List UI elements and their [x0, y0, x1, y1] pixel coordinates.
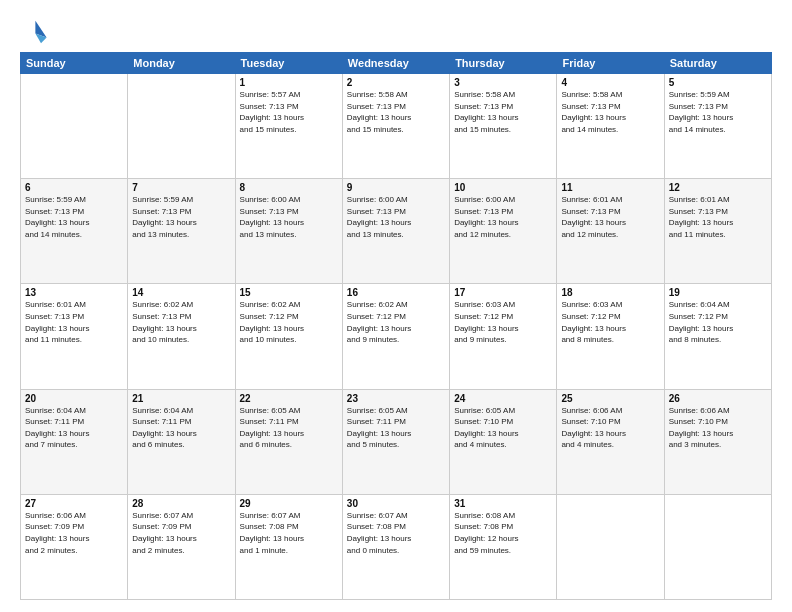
- day-cell: 25Sunrise: 6:06 AMSunset: 7:10 PMDayligh…: [557, 389, 664, 494]
- day-number: 5: [669, 77, 767, 88]
- day-number: 30: [347, 498, 445, 509]
- day-info: Sunrise: 6:07 AMSunset: 7:08 PMDaylight:…: [347, 510, 445, 556]
- week-row-3: 13Sunrise: 6:01 AMSunset: 7:13 PMDayligh…: [21, 284, 772, 389]
- day-number: 31: [454, 498, 552, 509]
- day-number: 26: [669, 393, 767, 404]
- calendar-table: SundayMondayTuesdayWednesdayThursdayFrid…: [20, 52, 772, 600]
- day-info: Sunrise: 6:00 AMSunset: 7:13 PMDaylight:…: [240, 194, 338, 240]
- day-number: 17: [454, 287, 552, 298]
- day-number: 27: [25, 498, 123, 509]
- week-row-2: 6Sunrise: 5:59 AMSunset: 7:13 PMDaylight…: [21, 179, 772, 284]
- day-info: Sunrise: 6:05 AMSunset: 7:11 PMDaylight:…: [240, 405, 338, 451]
- day-number: 3: [454, 77, 552, 88]
- day-info: Sunrise: 6:05 AMSunset: 7:11 PMDaylight:…: [347, 405, 445, 451]
- day-number: 21: [132, 393, 230, 404]
- day-info: Sunrise: 6:00 AMSunset: 7:13 PMDaylight:…: [454, 194, 552, 240]
- day-number: 25: [561, 393, 659, 404]
- day-cell: [21, 74, 128, 179]
- day-cell: 14Sunrise: 6:02 AMSunset: 7:13 PMDayligh…: [128, 284, 235, 389]
- day-info: Sunrise: 6:02 AMSunset: 7:13 PMDaylight:…: [132, 299, 230, 345]
- day-number: 8: [240, 182, 338, 193]
- day-cell: 3Sunrise: 5:58 AMSunset: 7:13 PMDaylight…: [450, 74, 557, 179]
- day-number: 10: [454, 182, 552, 193]
- day-cell: 13Sunrise: 6:01 AMSunset: 7:13 PMDayligh…: [21, 284, 128, 389]
- day-cell: 26Sunrise: 6:06 AMSunset: 7:10 PMDayligh…: [664, 389, 771, 494]
- day-cell: 24Sunrise: 6:05 AMSunset: 7:10 PMDayligh…: [450, 389, 557, 494]
- day-number: 4: [561, 77, 659, 88]
- weekday-header-monday: Monday: [128, 53, 235, 74]
- day-cell: 2Sunrise: 5:58 AMSunset: 7:13 PMDaylight…: [342, 74, 449, 179]
- weekday-header-friday: Friday: [557, 53, 664, 74]
- day-info: Sunrise: 6:04 AMSunset: 7:11 PMDaylight:…: [132, 405, 230, 451]
- day-number: 16: [347, 287, 445, 298]
- day-cell: 31Sunrise: 6:08 AMSunset: 7:08 PMDayligh…: [450, 494, 557, 599]
- day-cell: 10Sunrise: 6:00 AMSunset: 7:13 PMDayligh…: [450, 179, 557, 284]
- weekday-header-tuesday: Tuesday: [235, 53, 342, 74]
- day-cell: 20Sunrise: 6:04 AMSunset: 7:11 PMDayligh…: [21, 389, 128, 494]
- week-row-5: 27Sunrise: 6:06 AMSunset: 7:09 PMDayligh…: [21, 494, 772, 599]
- week-row-1: 1Sunrise: 5:57 AMSunset: 7:13 PMDaylight…: [21, 74, 772, 179]
- day-info: Sunrise: 6:00 AMSunset: 7:13 PMDaylight:…: [347, 194, 445, 240]
- logo-icon: [20, 18, 48, 46]
- day-cell: [557, 494, 664, 599]
- weekday-header-sunday: Sunday: [21, 53, 128, 74]
- day-number: 29: [240, 498, 338, 509]
- day-info: Sunrise: 6:05 AMSunset: 7:10 PMDaylight:…: [454, 405, 552, 451]
- day-number: 15: [240, 287, 338, 298]
- week-row-4: 20Sunrise: 6:04 AMSunset: 7:11 PMDayligh…: [21, 389, 772, 494]
- day-info: Sunrise: 6:07 AMSunset: 7:08 PMDaylight:…: [240, 510, 338, 556]
- day-info: Sunrise: 6:07 AMSunset: 7:09 PMDaylight:…: [132, 510, 230, 556]
- day-info: Sunrise: 6:03 AMSunset: 7:12 PMDaylight:…: [561, 299, 659, 345]
- day-number: 9: [347, 182, 445, 193]
- day-number: 18: [561, 287, 659, 298]
- day-info: Sunrise: 6:06 AMSunset: 7:09 PMDaylight:…: [25, 510, 123, 556]
- day-info: Sunrise: 6:06 AMSunset: 7:10 PMDaylight:…: [561, 405, 659, 451]
- day-info: Sunrise: 6:02 AMSunset: 7:12 PMDaylight:…: [347, 299, 445, 345]
- day-cell: 6Sunrise: 5:59 AMSunset: 7:13 PMDaylight…: [21, 179, 128, 284]
- day-info: Sunrise: 6:08 AMSunset: 7:08 PMDaylight:…: [454, 510, 552, 556]
- day-cell: [664, 494, 771, 599]
- day-info: Sunrise: 5:59 AMSunset: 7:13 PMDaylight:…: [669, 89, 767, 135]
- day-info: Sunrise: 6:04 AMSunset: 7:12 PMDaylight:…: [669, 299, 767, 345]
- day-info: Sunrise: 5:58 AMSunset: 7:13 PMDaylight:…: [454, 89, 552, 135]
- day-cell: 19Sunrise: 6:04 AMSunset: 7:12 PMDayligh…: [664, 284, 771, 389]
- weekday-header-thursday: Thursday: [450, 53, 557, 74]
- day-number: 20: [25, 393, 123, 404]
- day-cell: 21Sunrise: 6:04 AMSunset: 7:11 PMDayligh…: [128, 389, 235, 494]
- day-cell: 12Sunrise: 6:01 AMSunset: 7:13 PMDayligh…: [664, 179, 771, 284]
- logo: [20, 18, 52, 46]
- day-cell: 9Sunrise: 6:00 AMSunset: 7:13 PMDaylight…: [342, 179, 449, 284]
- svg-rect-0: [20, 18, 48, 46]
- day-info: Sunrise: 6:03 AMSunset: 7:12 PMDaylight:…: [454, 299, 552, 345]
- day-number: 2: [347, 77, 445, 88]
- day-info: Sunrise: 6:04 AMSunset: 7:11 PMDaylight:…: [25, 405, 123, 451]
- day-cell: 7Sunrise: 5:59 AMSunset: 7:13 PMDaylight…: [128, 179, 235, 284]
- day-info: Sunrise: 6:02 AMSunset: 7:12 PMDaylight:…: [240, 299, 338, 345]
- day-number: 12: [669, 182, 767, 193]
- day-cell: 15Sunrise: 6:02 AMSunset: 7:12 PMDayligh…: [235, 284, 342, 389]
- day-info: Sunrise: 6:06 AMSunset: 7:10 PMDaylight:…: [669, 405, 767, 451]
- day-number: 1: [240, 77, 338, 88]
- day-cell: 16Sunrise: 6:02 AMSunset: 7:12 PMDayligh…: [342, 284, 449, 389]
- day-number: 23: [347, 393, 445, 404]
- weekday-header-saturday: Saturday: [664, 53, 771, 74]
- day-info: Sunrise: 5:59 AMSunset: 7:13 PMDaylight:…: [25, 194, 123, 240]
- day-cell: 29Sunrise: 6:07 AMSunset: 7:08 PMDayligh…: [235, 494, 342, 599]
- day-number: 13: [25, 287, 123, 298]
- day-cell: 1Sunrise: 5:57 AMSunset: 7:13 PMDaylight…: [235, 74, 342, 179]
- day-cell: 22Sunrise: 6:05 AMSunset: 7:11 PMDayligh…: [235, 389, 342, 494]
- weekday-header-row: SundayMondayTuesdayWednesdayThursdayFrid…: [21, 53, 772, 74]
- day-number: 24: [454, 393, 552, 404]
- day-number: 28: [132, 498, 230, 509]
- day-cell: 18Sunrise: 6:03 AMSunset: 7:12 PMDayligh…: [557, 284, 664, 389]
- day-cell: 23Sunrise: 6:05 AMSunset: 7:11 PMDayligh…: [342, 389, 449, 494]
- day-info: Sunrise: 5:59 AMSunset: 7:13 PMDaylight:…: [132, 194, 230, 240]
- day-cell: 30Sunrise: 6:07 AMSunset: 7:08 PMDayligh…: [342, 494, 449, 599]
- day-number: 6: [25, 182, 123, 193]
- header: [20, 18, 772, 46]
- day-number: 22: [240, 393, 338, 404]
- day-cell: 4Sunrise: 5:58 AMSunset: 7:13 PMDaylight…: [557, 74, 664, 179]
- day-cell: 17Sunrise: 6:03 AMSunset: 7:12 PMDayligh…: [450, 284, 557, 389]
- day-number: 11: [561, 182, 659, 193]
- day-info: Sunrise: 6:01 AMSunset: 7:13 PMDaylight:…: [669, 194, 767, 240]
